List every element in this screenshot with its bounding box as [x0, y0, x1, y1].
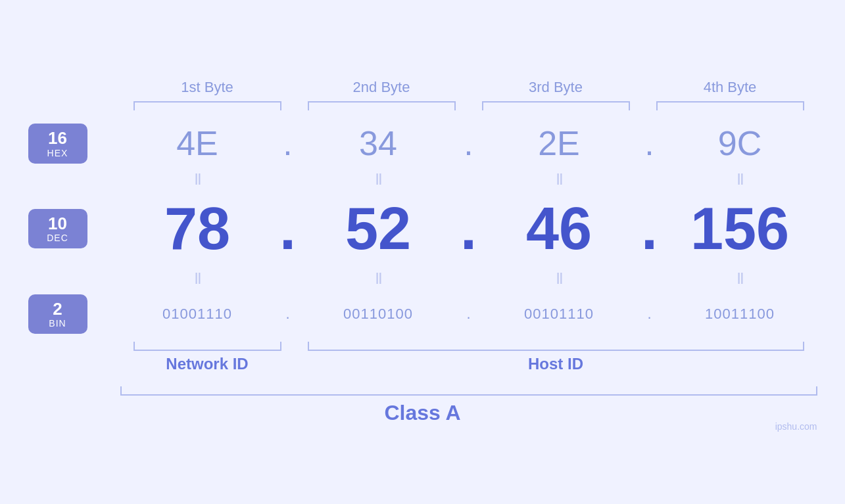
- byte-label-1: 1st Byte: [120, 79, 295, 96]
- id-labels-row: Network ID Host ID: [28, 355, 817, 373]
- dec-row: 10 DEC 78 . 52 . 46 . 156: [28, 195, 817, 263]
- dot-bin-2: .: [456, 306, 482, 323]
- class-bracket: [120, 386, 817, 396]
- dec-val-1: 78: [120, 199, 275, 258]
- dot-bin-3: .: [637, 306, 663, 323]
- network-id-label: Network ID: [120, 355, 295, 373]
- class-label: Class A: [28, 401, 817, 425]
- equals-row-2: II II II II: [28, 269, 817, 288]
- equals-2-2: II: [301, 269, 456, 288]
- bin-badge-label: BIN: [36, 318, 80, 329]
- bin-val-3: 00101110: [482, 306, 637, 323]
- main-container: 1st Byte 2nd Byte 3rd Byte 4th Byte 16 H…: [28, 79, 817, 425]
- hex-val-1: 4E: [120, 124, 275, 163]
- equals-2-1: II: [120, 269, 275, 288]
- class-row: Class A: [28, 386, 817, 425]
- hex-row: 16 HEX 4E . 34 . 2E . 9C: [28, 124, 817, 164]
- dot-dec-1: .: [275, 195, 301, 263]
- equals-row-1: II II II II: [28, 170, 817, 189]
- bottom-brackets-row: [28, 342, 817, 351]
- bin-val-4: 10011100: [663, 306, 817, 323]
- hex-val-4: 9C: [663, 124, 817, 163]
- bin-row: 2 BIN 01001110 . 00110100 . 00101110 . 1…: [28, 294, 817, 334]
- hex-val-3: 2E: [482, 124, 637, 163]
- host-id-label: Host ID: [295, 355, 817, 373]
- top-bracket-4: [656, 101, 804, 110]
- byte-label-2: 2nd Byte: [295, 79, 469, 96]
- byte-label-3: 3rd Byte: [469, 79, 643, 96]
- watermark: ipshu.com: [775, 421, 817, 432]
- equals-1-1: II: [120, 170, 275, 189]
- dot-hex-2: .: [456, 124, 482, 163]
- network-bracket: [133, 342, 281, 351]
- equals-1-4: II: [663, 170, 817, 189]
- dec-badge: 10 DEC: [28, 209, 87, 249]
- dot-hex-3: .: [637, 124, 663, 163]
- byte-label-4: 4th Byte: [643, 79, 817, 96]
- dot-hex-1: .: [275, 124, 301, 163]
- bin-val-2: 00110100: [301, 306, 456, 323]
- hex-badge: 16 HEX: [28, 124, 87, 164]
- equals-1-3: II: [482, 170, 637, 189]
- equals-1-2: II: [301, 170, 456, 189]
- dot-dec-2: .: [456, 195, 482, 263]
- dec-val-4: 156: [663, 199, 817, 258]
- dec-badge-num: 10: [36, 214, 80, 233]
- dec-val-3: 46: [482, 199, 637, 258]
- hex-badge-num: 16: [36, 129, 80, 148]
- top-brackets-row: [28, 101, 817, 110]
- hex-badge-label: HEX: [36, 148, 80, 158]
- equals-2-3: II: [482, 269, 637, 288]
- dec-val-2: 52: [301, 199, 456, 258]
- dec-badge-label: DEC: [36, 233, 80, 243]
- top-bracket-3: [482, 101, 630, 110]
- top-bracket-1: [133, 101, 281, 110]
- host-bracket: [308, 342, 804, 351]
- dot-bin-1: .: [275, 306, 301, 323]
- top-bracket-2: [308, 101, 456, 110]
- equals-2-4: II: [663, 269, 817, 288]
- dot-dec-3: .: [637, 195, 663, 263]
- bin-badge-num: 2: [36, 300, 80, 319]
- bin-badge: 2 BIN: [28, 294, 87, 334]
- bin-val-1: 01001110: [120, 306, 275, 323]
- hex-val-2: 34: [301, 124, 456, 163]
- byte-labels-row: 1st Byte 2nd Byte 3rd Byte 4th Byte: [28, 79, 817, 96]
